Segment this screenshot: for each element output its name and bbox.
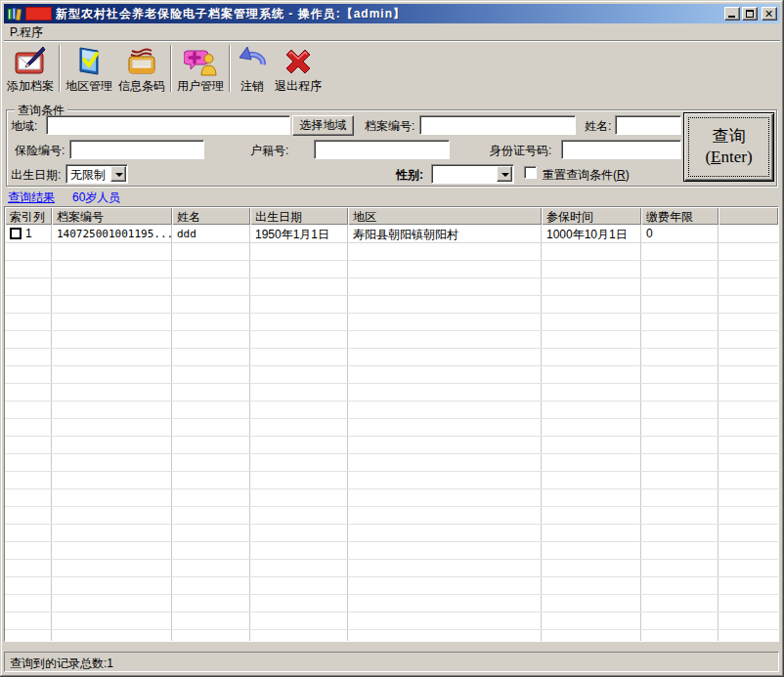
empty-cell (641, 472, 719, 488)
query-conditions-group: 查询条件 地域: 选择地域 档案编号: 姓名: 保险编号: 户籍号: 身份证号码… (6, 109, 777, 187)
empty-cell (348, 630, 542, 642)
app-books-icon (7, 6, 22, 21)
search-button-line1: 查询 (684, 125, 773, 148)
empty-cell (250, 595, 348, 612)
empty-cell (719, 595, 778, 612)
table-empty-row (5, 261, 778, 278)
toolbar-button-info-barcode[interactable]: 信息条码 (115, 43, 168, 96)
chevron-down-icon[interactable] (110, 166, 126, 182)
empty-cell (172, 349, 250, 365)
toolbar-button-user-manage[interactable]: 用户管理 (174, 43, 227, 96)
chevron-down-icon[interactable] (497, 166, 512, 182)
row-checkbox[interactable] (10, 228, 22, 239)
region-manage-icon (72, 45, 106, 78)
toolbar-button-add-archive[interactable]: 添加档案 (4, 43, 57, 96)
tab-query-results[interactable]: 查询结果 (8, 190, 55, 206)
empty-cell (348, 560, 542, 576)
empty-cell (542, 472, 641, 488)
empty-cell (250, 472, 348, 488)
empty-cell (250, 542, 348, 559)
column-header-birth[interactable]: 出生日期 (250, 207, 348, 225)
empty-cell (719, 489, 778, 506)
name-label: 姓名: (585, 118, 611, 135)
empty-cell (719, 384, 778, 401)
empty-cell (348, 507, 542, 524)
empty-cell (542, 278, 641, 295)
empty-cell (641, 507, 719, 524)
name-input[interactable] (615, 115, 681, 135)
gender-label: 性别: (396, 167, 423, 184)
birth-date-label: 出生日期: (11, 167, 61, 184)
empty-cell (5, 630, 52, 642)
toolbar-separator (170, 45, 172, 92)
empty-cell (641, 419, 719, 436)
close-button[interactable]: ✕ (762, 7, 777, 21)
empty-cell (719, 577, 778, 594)
region-input[interactable] (46, 115, 290, 135)
select-region-button[interactable]: 选择地域 (292, 115, 354, 136)
empty-cell (719, 419, 778, 436)
empty-cell (719, 278, 778, 295)
archive-no-input[interactable] (419, 115, 576, 135)
minimize-button[interactable] (724, 7, 740, 21)
empty-cell (719, 437, 778, 453)
empty-cell (719, 525, 778, 541)
titlebar[interactable]: 新型农村社会养老保险电子档案管理系统 - 操作员:【admin】 ✕ (4, 4, 780, 23)
close-icon: ✕ (764, 8, 773, 21)
empty-cell (542, 525, 641, 541)
empty-cell (172, 489, 250, 506)
toolbar-label: 退出程序 (275, 78, 322, 95)
empty-cell (348, 331, 542, 348)
empty-cell (542, 542, 641, 559)
household-no-input[interactable] (314, 140, 450, 159)
empty-cell (542, 489, 641, 506)
id-card-input[interactable] (561, 140, 681, 159)
empty-cell (641, 402, 719, 418)
empty-cell (52, 366, 172, 383)
birth-date-combobox[interactable]: 无限制 (65, 164, 128, 184)
empty-cell (5, 296, 52, 313)
empty-cell (172, 560, 250, 576)
empty-cell (641, 525, 719, 541)
search-button[interactable]: 查询 (Enter) (683, 112, 774, 182)
empty-cell (641, 243, 719, 260)
toolbar-button-logout[interactable]: 注销 (233, 43, 272, 96)
empty-cell (348, 296, 542, 313)
empty-cell (542, 507, 641, 524)
table-row[interactable]: 1 140725001001195... ddd 1950年1月1日 寿阳县朝阳… (5, 225, 778, 243)
gender-combobox[interactable] (431, 164, 514, 184)
table-empty-row (5, 525, 778, 542)
column-header-region[interactable]: 地区 (348, 207, 542, 225)
table-header-row: 索引列 档案编号 姓名 出生日期 地区 参保时间 缴费年限 (5, 207, 778, 225)
empty-cell (641, 314, 719, 330)
insurance-no-input[interactable] (69, 140, 204, 159)
column-header-pay-years[interactable]: 缴费年限 (641, 207, 719, 225)
column-header-archive-no[interactable]: 档案编号 (52, 207, 172, 225)
tab-age60-people[interactable]: 60岁人员 (72, 190, 120, 206)
empty-cell (348, 542, 542, 559)
empty-cell (52, 489, 172, 506)
column-header-join-time[interactable]: 参保时间 (542, 207, 641, 225)
menu-item-program[interactable]: P.程序 (4, 23, 49, 42)
empty-cell (641, 278, 719, 295)
toolbar-button-exit[interactable]: 退出程序 (272, 43, 325, 96)
toolbar-separator (229, 45, 231, 92)
reset-conditions-checkbox[interactable] (524, 166, 537, 179)
empty-cell (719, 349, 778, 365)
column-header-name[interactable]: 姓名 (172, 207, 250, 225)
empty-cell (641, 296, 719, 313)
empty-cell (5, 384, 52, 401)
empty-cell (348, 278, 542, 295)
maximize-button[interactable] (742, 7, 758, 21)
empty-cell (719, 454, 778, 471)
column-header-index[interactable]: 索引列 (5, 207, 52, 225)
empty-cell (641, 595, 719, 612)
table-empty-row (5, 243, 778, 261)
empty-cell (52, 331, 172, 348)
redaction-block (25, 7, 52, 21)
empty-cell (52, 472, 172, 488)
toolbar-button-region-manage[interactable]: 地区管理 (63, 43, 115, 96)
empty-cell (348, 349, 542, 365)
empty-cell (250, 366, 348, 383)
empty-cell (641, 489, 719, 506)
